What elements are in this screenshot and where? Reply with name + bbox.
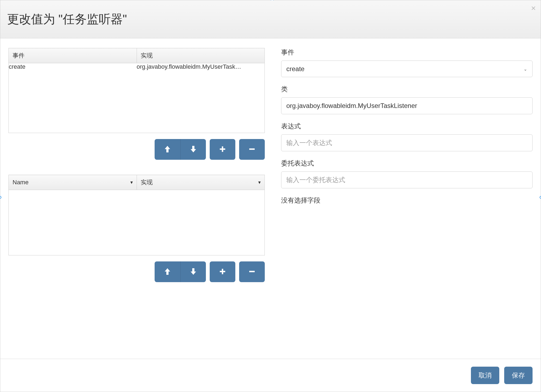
no-fields-text: 没有选择字段 bbox=[281, 196, 533, 205]
dialog-footer: 取消 保存 bbox=[0, 359, 541, 392]
move-up-button[interactable] bbox=[155, 139, 180, 160]
plus-icon bbox=[219, 268, 226, 276]
left-column: 事件 实现 create org.javaboy.flowableidm.MyU… bbox=[8, 48, 265, 353]
expression-label: 表达式 bbox=[281, 122, 533, 131]
table-row[interactable]: create org.javaboy.flowableidm.MyUserTas… bbox=[9, 63, 265, 70]
col-impl2-label: 实现 bbox=[141, 179, 153, 186]
move-btn-group-2 bbox=[155, 261, 206, 282]
listeners-table-header: 事件 实现 bbox=[8, 48, 265, 63]
class-input[interactable] bbox=[281, 97, 533, 114]
class-label: 类 bbox=[281, 85, 533, 94]
arrow-down-icon bbox=[190, 145, 197, 154]
fields-table-body[interactable] bbox=[8, 190, 265, 255]
dialog-header: 更改值为 "任务监听器" × bbox=[0, 0, 541, 38]
add-button[interactable] bbox=[210, 139, 235, 160]
move-down-button[interactable] bbox=[180, 261, 206, 282]
col-event: 事件 bbox=[9, 48, 137, 63]
col-name[interactable]: Name ▾ bbox=[9, 175, 137, 190]
col-impl2[interactable]: 实现 ▾ bbox=[137, 175, 265, 190]
right-column: 事件 create ⌄ 类 表达式 委托表达式 没有选择 bbox=[281, 48, 533, 353]
chevron-down-icon: ▾ bbox=[258, 179, 261, 185]
move-up-button[interactable] bbox=[155, 261, 180, 282]
expression-input[interactable] bbox=[281, 134, 533, 151]
chevron-down-icon: ▾ bbox=[130, 179, 133, 185]
class-group: 类 bbox=[281, 85, 533, 114]
minus-icon bbox=[248, 268, 256, 276]
minus-icon bbox=[248, 145, 256, 154]
listeners-table-body[interactable]: create org.javaboy.flowableidm.MyUserTas… bbox=[8, 63, 265, 133]
dialog: 更改值为 "任务监听器" × 事件 实现 create org.javab bbox=[0, 0, 541, 392]
arrow-down-icon bbox=[190, 268, 197, 276]
add-button[interactable] bbox=[210, 261, 235, 282]
delegate-expr-label: 委托表达式 bbox=[281, 159, 533, 168]
delegate-expr-input[interactable] bbox=[281, 171, 533, 188]
expression-group: 表达式 bbox=[281, 122, 533, 151]
arrow-up-icon bbox=[164, 145, 171, 154]
cancel-button[interactable]: 取消 bbox=[471, 367, 499, 384]
move-btn-group bbox=[155, 139, 206, 160]
fields-btn-row bbox=[8, 261, 265, 282]
event-label: 事件 bbox=[281, 48, 533, 57]
col-name-label: Name bbox=[13, 179, 29, 186]
remove-button[interactable] bbox=[239, 139, 265, 160]
cell-impl: org.javaboy.flowableidm.MyUserTask… bbox=[137, 63, 265, 70]
arrow-up-icon bbox=[164, 268, 171, 276]
close-icon[interactable]: × bbox=[531, 4, 536, 12]
delegate-expr-group: 委托表达式 bbox=[281, 159, 533, 188]
dialog-title: 更改值为 "任务监听器" bbox=[7, 11, 534, 27]
remove-button[interactable] bbox=[239, 261, 265, 282]
fields-table-header: Name ▾ 实现 ▾ bbox=[8, 175, 265, 190]
plus-icon bbox=[219, 145, 226, 154]
move-down-button[interactable] bbox=[180, 139, 206, 160]
listeners-btn-row bbox=[8, 139, 265, 160]
event-select[interactable]: create bbox=[281, 61, 533, 77]
event-group: 事件 create ⌄ bbox=[281, 48, 533, 77]
save-button[interactable]: 保存 bbox=[504, 367, 533, 384]
resize-handle-right[interactable] bbox=[540, 196, 541, 199]
cell-event: create bbox=[9, 63, 137, 70]
col-impl: 实现 bbox=[137, 48, 265, 63]
dialog-body: 事件 实现 create org.javaboy.flowableidm.MyU… bbox=[0, 38, 541, 359]
